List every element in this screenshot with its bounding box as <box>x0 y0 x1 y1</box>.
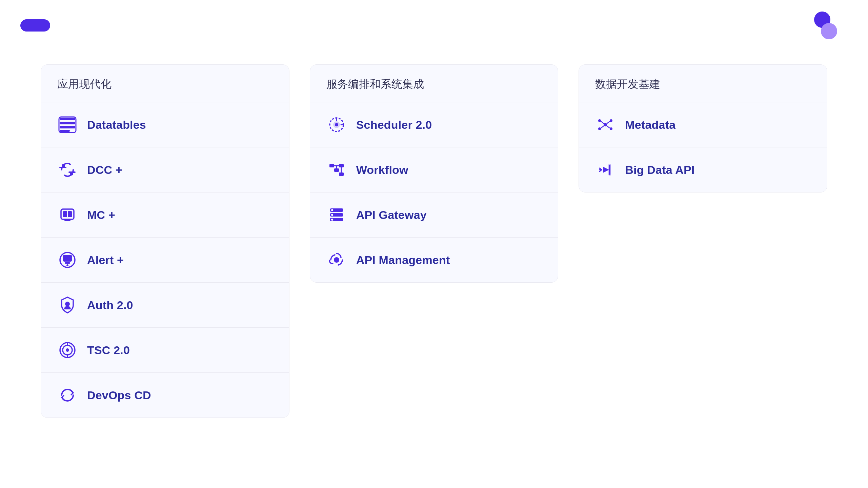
item-bigdata[interactable]: Big Data API <box>579 147 827 192</box>
svg-point-42 <box>610 119 612 122</box>
card-header-col3: 数据开发基建 <box>579 65 827 102</box>
svg-rect-4 <box>60 126 75 128</box>
item-datatables[interactable]: Datatables <box>41 102 289 147</box>
svg-point-41 <box>598 119 601 122</box>
datatables-icon <box>57 115 78 135</box>
item-label-metadata: Metadata <box>625 118 675 131</box>
apigateway-icon <box>326 205 347 225</box>
svg-rect-3 <box>60 122 75 124</box>
tsc-icon <box>57 340 78 360</box>
main-content: 应用现代化 Datatables DCC + MC + Alert + <box>0 51 868 431</box>
card-header-col2: 服务编排和系统集成 <box>310 65 558 102</box>
item-label-mc: MC + <box>87 208 115 222</box>
apimgmt-icon <box>326 250 347 270</box>
svg-rect-2 <box>60 118 75 120</box>
item-workflow[interactable]: Workflow <box>310 147 558 192</box>
card-col2: 服务编排和系统集成 Scheduler 2.0 Workflow API Gat… <box>310 64 559 283</box>
svg-point-43 <box>598 127 601 130</box>
svg-point-37 <box>331 214 333 216</box>
mc-icon <box>57 205 78 225</box>
svg-rect-13 <box>68 211 72 217</box>
metadata-icon <box>595 115 615 135</box>
card-title-col2: 服务编排和系统集成 <box>326 78 424 90</box>
item-label-auth: Auth 2.0 <box>87 299 133 312</box>
item-label-tsc: TSC 2.0 <box>87 344 130 357</box>
svg-point-18 <box>66 264 68 266</box>
item-label-devops: DevOps CD <box>87 389 151 402</box>
svg-rect-29 <box>339 172 344 176</box>
item-auth[interactable]: Auth 2.0 <box>41 283 289 328</box>
card-title-col3: 数据开发基建 <box>595 78 660 90</box>
svg-rect-11 <box>61 209 74 219</box>
item-label-apigateway: API Gateway <box>356 208 427 222</box>
alert-icon <box>57 250 78 270</box>
scheduler-icon <box>326 115 347 135</box>
svg-point-10 <box>70 172 73 176</box>
item-label-workflow: Workflow <box>356 163 408 177</box>
svg-point-44 <box>610 127 612 130</box>
svg-point-9 <box>62 164 65 167</box>
card-header-col1: 应用现代化 <box>41 65 289 102</box>
svg-rect-50 <box>609 165 610 175</box>
item-devops[interactable]: DevOps CD <box>41 373 289 418</box>
item-label-alert: Alert + <box>87 253 124 267</box>
svg-point-25 <box>335 123 338 126</box>
logo-area <box>810 10 848 41</box>
item-label-datatables: Datatables <box>87 118 146 131</box>
svg-rect-12 <box>63 211 67 217</box>
item-tsc[interactable]: TSC 2.0 <box>41 328 289 373</box>
item-scheduler[interactable]: Scheduler 2.0 <box>310 102 558 147</box>
item-apimgmt[interactable]: API Management <box>310 238 558 282</box>
svg-line-45 <box>601 121 604 124</box>
item-label-dcc: DCC + <box>87 163 122 177</box>
item-alert[interactable]: Alert + <box>41 238 289 283</box>
dcc-icon <box>57 160 78 180</box>
svg-line-46 <box>607 121 610 124</box>
item-label-apimgmt: API Management <box>356 253 450 267</box>
svg-point-19 <box>65 302 70 306</box>
svg-point-36 <box>331 209 333 211</box>
svg-rect-17 <box>65 262 70 264</box>
auth-icon <box>57 295 78 315</box>
svg-line-48 <box>607 126 610 128</box>
svg-rect-26 <box>329 164 334 167</box>
svg-line-47 <box>601 126 604 128</box>
item-apigateway[interactable]: API Gateway <box>310 192 558 238</box>
bigdata-icon <box>595 160 615 180</box>
svg-rect-16 <box>63 255 72 262</box>
svg-rect-28 <box>339 164 344 167</box>
svg-rect-5 <box>60 130 70 132</box>
svg-point-38 <box>331 219 333 221</box>
svg-point-39 <box>334 257 339 263</box>
devops-icon <box>57 385 78 405</box>
card-col1: 应用现代化 Datatables DCC + MC + Alert + <box>41 64 289 418</box>
svg-rect-14 <box>64 219 70 221</box>
workflow-icon <box>326 160 347 180</box>
svg-point-40 <box>604 123 607 126</box>
card-title-col1: 应用现代化 <box>57 78 112 90</box>
item-dcc[interactable]: DCC + <box>41 147 289 192</box>
page-wrapper: 应用现代化 Datatables DCC + MC + Alert + <box>0 0 868 488</box>
svg-point-22 <box>66 348 69 352</box>
item-label-scheduler: Scheduler 2.0 <box>356 118 432 131</box>
card-col3: 数据开发基建 Metadata Big Data API <box>579 64 827 192</box>
item-mc[interactable]: MC + <box>41 192 289 238</box>
version-badge <box>20 19 50 32</box>
item-metadata[interactable]: Metadata <box>579 102 827 147</box>
item-label-bigdata: Big Data API <box>625 163 694 177</box>
masa-logo-icon <box>810 10 841 41</box>
header <box>0 0 868 51</box>
